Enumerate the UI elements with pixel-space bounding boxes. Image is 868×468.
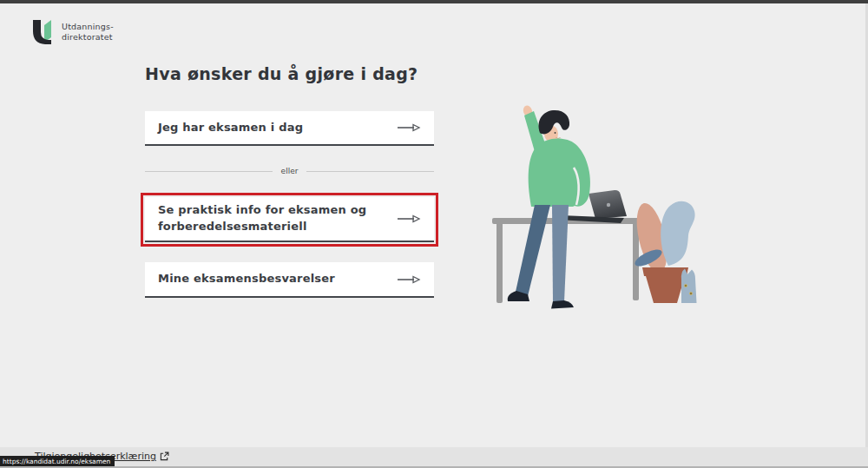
udir-logo: Utdannings- direktoratet <box>32 19 114 45</box>
pot-body <box>646 276 685 303</box>
waving-person-illustration <box>482 94 707 313</box>
practical-info-button[interactable]: Se praktisk info for eksamen og forbered… <box>145 197 434 242</box>
arrow-right-icon <box>397 123 421 132</box>
udir-logo-icon <box>32 19 56 45</box>
back-leg <box>552 205 569 302</box>
udir-logo-text: Utdannings- direktoratet <box>62 22 114 43</box>
practical-info-label: Se praktisk info for eksamen og forbered… <box>158 202 397 235</box>
shoe-right <box>551 300 574 309</box>
window-top-bar <box>0 0 868 3</box>
or-divider-label: eller <box>281 167 299 175</box>
highlight-annotation: Se praktisk info for eksamen og forbered… <box>141 193 438 247</box>
exam-today-label: Jeg har eksamen i dag <box>158 120 397 136</box>
potted-plant <box>631 201 696 303</box>
arrow-right-icon <box>397 214 421 223</box>
external-link-icon <box>160 452 169 461</box>
arrow-right-icon <box>397 275 421 284</box>
footer-bar: Tilgjengelighetserklæring <box>0 447 868 468</box>
divider-line-left <box>145 171 273 172</box>
or-divider: eller <box>145 165 434 177</box>
blue-leaf <box>661 201 694 266</box>
sweater <box>529 139 590 207</box>
my-exam-answers-label: Mine eksamensbesvarelser <box>158 271 397 287</box>
cat <box>681 269 697 304</box>
page-title: Hva ønsker du å gjøre i dag? <box>145 64 418 83</box>
divider-line-right <box>306 171 434 172</box>
my-exam-answers-button[interactable]: Mine eksamensbesvarelser <box>145 262 434 298</box>
person <box>508 104 590 308</box>
exam-today-button[interactable]: Jeg har eksamen i dag <box>145 111 434 146</box>
